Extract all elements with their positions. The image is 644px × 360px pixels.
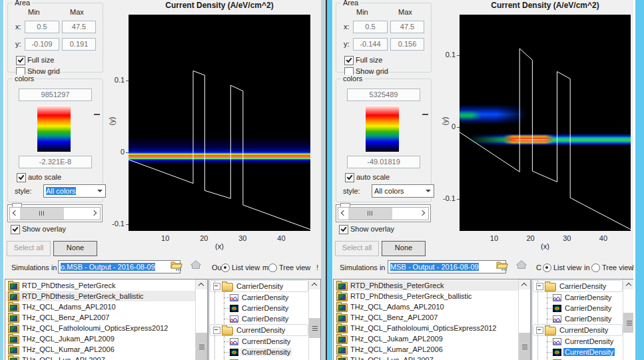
tree-item[interactable]: CurrentDensity — [533, 336, 623, 347]
select-all-button[interactable]: Select all — [7, 241, 51, 256]
color-max-field[interactable]: 9851297 — [19, 89, 92, 101]
scroll-left-button[interactable] — [10, 208, 20, 220]
style-combobox[interactable]: All colors — [372, 184, 434, 198]
list-item[interactable]: THz_QCL_Benz_APL2007 — [334, 312, 518, 323]
x-min-field[interactable]: 0.5 — [353, 21, 388, 33]
simulations-combobox[interactable]: MSB - Output - 2016-08-09 — [388, 260, 506, 273]
y-max-field[interactable]: 0.191 — [62, 38, 96, 51]
list-item[interactable]: RTD_PhDthesis_PeterGreck — [334, 280, 518, 291]
list-item[interactable]: RTD_PhDthesis_PeterGreck_ballistic — [6, 291, 195, 301]
x-min-field[interactable]: 0.5 — [25, 21, 59, 33]
color-max-field[interactable]: 5325489 — [347, 89, 420, 101]
tree-item[interactable]: CurrentDensity — [210, 336, 308, 347]
tree-item[interactable]: CurrentDensity — [533, 347, 623, 357]
scroll-thumb[interactable] — [309, 318, 320, 338]
list-item-label: THz_QCL_Adams_APL2010 — [350, 303, 444, 311]
tree-item[interactable]: CarrierDensity — [210, 280, 308, 292]
tree-collapse-icon[interactable] — [213, 327, 220, 334]
panel-splitter[interactable] — [321, 0, 326, 360]
tree-item[interactable]: CarrierDensity — [533, 280, 623, 292]
horizontal-scrollbar[interactable] — [9, 207, 101, 220]
scroll-thumb[interactable] — [348, 208, 392, 220]
scroll-track[interactable] — [392, 208, 418, 220]
y-max-field[interactable]: 0.156 — [390, 38, 424, 51]
list-item[interactable]: THz_QCL_Benz_APL2007 — [6, 312, 195, 323]
list-item[interactable]: RTD_PhDthesis_PeterGreck — [6, 280, 195, 291]
tree-item[interactable]: CurrentDensity — [533, 324, 623, 336]
simulation-list: RTD_PhDthesis_PeterGreckRTD_PhDthesis_Pe… — [334, 280, 518, 360]
simulation-folder-icon — [8, 293, 19, 301]
tree-item[interactable]: CarrierDensity — [210, 292, 308, 303]
list-item[interactable]: THz_QCL_Kumar_APL2006 — [6, 344, 195, 355]
list-item[interactable]: THz_QCL_Fathololoumi_OpticsExpress2012 — [6, 323, 195, 333]
scroll-up-button[interactable] — [309, 279, 320, 289]
list-vertical-scrollbar[interactable] — [518, 279, 530, 360]
home-icon[interactable] — [190, 260, 202, 271]
list-item[interactable]: THz_QCL_Kumar_APL2006 — [334, 344, 518, 355]
list-item[interactable]: THz_QCL_Adams_APL2010 — [6, 301, 195, 312]
scroll-right-button[interactable] — [418, 208, 428, 220]
show-overlay-checkbox[interactable] — [339, 225, 348, 234]
list-view-radio[interactable] — [543, 264, 551, 272]
show-overlay-checkbox[interactable] — [11, 225, 20, 234]
scroll-track[interactable] — [64, 208, 90, 220]
list-item[interactable]: THz_QCL_Adams_APL2010 — [334, 301, 518, 312]
tree-vertical-scrollbar[interactable] — [308, 279, 320, 360]
tree-collapse-icon[interactable] — [536, 283, 543, 290]
browse-folder-icon[interactable] — [170, 260, 184, 272]
tree-item[interactable]: CarrierDensity — [210, 303, 308, 313]
list-item[interactable]: THz_QCL_Jukam_APL2009 — [6, 333, 195, 344]
list-item-label: THz_QCL_Kumar_APL2006 — [22, 345, 115, 353]
tree-item[interactable]: CarrierDensity — [533, 292, 623, 303]
list-vertical-scrollbar[interactable] — [195, 279, 207, 360]
browse-folder-icon[interactable] — [496, 260, 509, 272]
scroll-thumb[interactable] — [196, 333, 207, 360]
full-size-checkbox[interactable] — [16, 56, 25, 65]
colors-groupbox: colors 5325489 -49.01819 auto scale styl… — [336, 79, 432, 202]
auto-scale-checkbox[interactable] — [17, 173, 26, 182]
full-size-checkbox[interactable] — [344, 56, 354, 65]
tree-view-radio[interactable] — [268, 264, 277, 272]
scroll-up-button[interactable] — [196, 279, 207, 289]
tree-item[interactable]: CarrierDensity — [533, 303, 623, 313]
list-view-radio[interactable] — [221, 264, 230, 272]
list-item-label: THz_QCL_Jukam_APL2009 — [22, 335, 115, 343]
area-groupbox: Area Min Max x: 0.5 47.5 y: -0.144 0.156… — [336, 3, 432, 73]
list-item[interactable]: THz_QCL_Luo_APL2007 — [334, 355, 518, 360]
tree-view-radio[interactable] — [591, 264, 600, 272]
heatmap-plot-icon — [230, 349, 238, 356]
y-min-field[interactable]: -0.144 — [353, 38, 388, 51]
color-min-field[interactable]: -2.321E-8 — [19, 156, 92, 168]
tree-item[interactable]: CarrierDensity — [210, 313, 308, 324]
auto-scale-checkbox[interactable] — [345, 173, 354, 182]
style-combobox[interactable]: All colors — [43, 184, 106, 198]
tree-item[interactable]: CarrierDensity — [533, 313, 623, 324]
scroll-thumb[interactable] — [20, 208, 64, 220]
tree-collapse-icon[interactable] — [536, 327, 543, 334]
tree-item[interactable]: CurrentDensity — [210, 347, 308, 357]
scroll-left-button[interactable] — [338, 208, 348, 220]
x-max-field[interactable]: 47.5 — [62, 21, 96, 33]
select-all-button[interactable]: Select all — [335, 241, 379, 256]
tree-item[interactable]: CurrentDensity — [210, 324, 308, 336]
list-item[interactable]: THz_QCL_Luo_APL2007 — [6, 355, 195, 360]
tree-item[interactable]: CurrentDensity — [210, 357, 308, 360]
home-icon[interactable] — [515, 260, 527, 271]
color-min-field[interactable]: -49.01819 — [347, 156, 420, 168]
simulations-combobox[interactable]: o.MSB - Output - 2016-08-09 — [58, 260, 180, 273]
list-item[interactable]: THz_QCL_Jukam_APL2009 — [334, 333, 518, 344]
simulation-folder-icon — [336, 357, 348, 360]
list-item[interactable]: THz_QCL_Fathololoumi_OpticsExpress2012 — [334, 323, 518, 333]
horizontal-scrollbar[interactable] — [338, 207, 429, 220]
tree-item[interactable]: CurrentDensity — [533, 357, 623, 360]
scroll-thumb[interactable] — [519, 333, 530, 360]
none-button[interactable]: None — [382, 241, 426, 256]
y-min-field[interactable]: -0.109 — [25, 38, 59, 51]
scroll-right-button[interactable] — [90, 208, 100, 220]
scroll-up-button[interactable] — [519, 279, 530, 289]
tree-collapse-icon[interactable] — [213, 283, 220, 290]
auto-scale-label: auto scale — [356, 173, 390, 181]
x-max-field[interactable]: 47.5 — [390, 21, 424, 33]
none-button[interactable]: None — [53, 241, 97, 256]
list-item[interactable]: RTD_PhDthesis_PeterGreck_ballistic — [334, 291, 518, 301]
